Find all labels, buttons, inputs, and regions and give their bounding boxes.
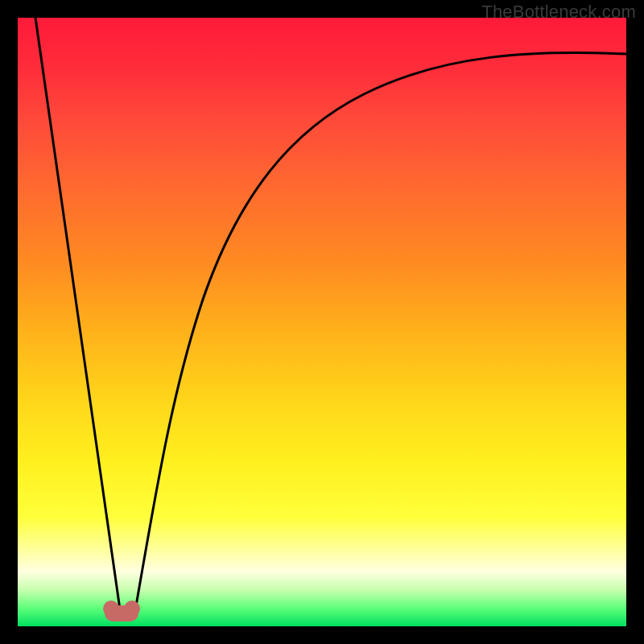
optimum-marker <box>105 605 138 621</box>
bottleneck-curve <box>18 18 626 626</box>
plot-area <box>18 18 626 626</box>
curve-left-branch <box>35 18 121 615</box>
watermark-text: TheBottleneck.com <box>481 2 636 23</box>
curve-right-branch <box>134 52 626 615</box>
